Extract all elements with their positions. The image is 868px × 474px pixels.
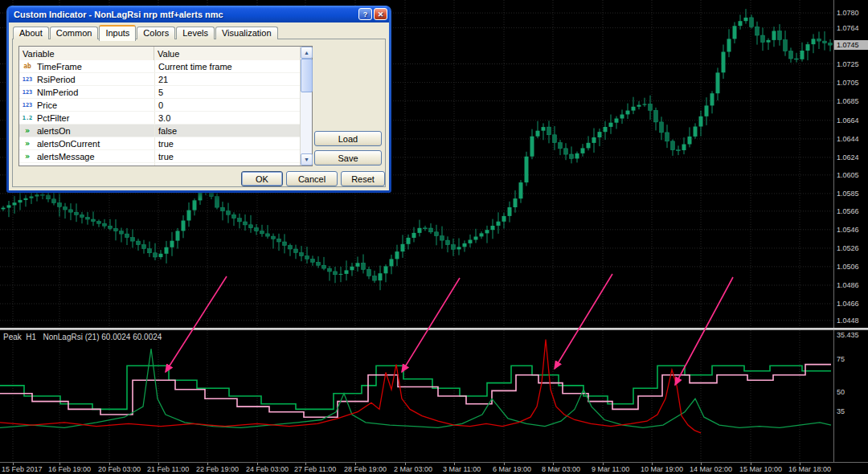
price-axis-label: 1.0506: [837, 263, 859, 271]
param-value[interactable]: Current time frame: [154, 60, 300, 72]
param-name: Price: [37, 100, 57, 110]
time-axis-label: 2 Mar 03:00: [394, 465, 432, 473]
variable-column-header[interactable]: Variable: [19, 47, 154, 60]
scrollbar-thumb[interactable]: [301, 59, 313, 92]
indicator-axis-label: 35: [837, 407, 845, 415]
value-column-header[interactable]: Value: [154, 49, 300, 59]
price-axis-label: 1.0605: [837, 171, 859, 179]
inputs-table: Variable Value abTimeFrameCurrent time f…: [18, 46, 313, 166]
param-row-alertsoncurrent[interactable]: »alertsOnCurrenttrue: [19, 137, 300, 150]
time-axis-label: 10 Mar 19:00: [641, 465, 683, 473]
indicator-panel[interactable]: [0, 330, 833, 462]
param-row-alertssound[interactable]: »alertsSoundfalse: [19, 163, 300, 165]
table-scrollbar[interactable]: ▲ ▼: [300, 47, 312, 165]
param-value[interactable]: false: [154, 125, 300, 137]
param-row-nlmperiod[interactable]: 123NlmPeriod5: [19, 86, 300, 99]
param-value[interactable]: 5: [154, 86, 300, 98]
param-row-pctfilter[interactable]: 1.2PctFilter3.0: [19, 112, 300, 125]
scroll-down-icon[interactable]: ▼: [301, 153, 313, 165]
param-row-alertsmessage[interactable]: »alertsMessagetrue: [19, 150, 300, 163]
price-axis[interactable]: 1.0745 1.07801.07641.07251.07051.06851.0…: [833, 0, 868, 462]
price-axis-label: 1.0486: [837, 281, 859, 289]
close-button[interactable]: ✕: [374, 8, 387, 20]
param-value[interactable]: 0: [154, 99, 300, 111]
dialog-tabs: AboutCommonInputsColorsLevelsVisualizati…: [13, 25, 279, 41]
scroll-up-icon[interactable]: ▲: [301, 47, 313, 59]
tab-levels[interactable]: Levels: [176, 27, 215, 39]
price-axis-label: 1.0466: [837, 300, 859, 308]
price-axis-label: 1.0448: [837, 317, 859, 325]
dialog-body: AboutCommonInputsColorsLevelsVisualizati…: [9, 22, 389, 190]
save-button[interactable]: Save: [314, 150, 382, 165]
current-price-marker: 1.0745: [834, 40, 868, 50]
bool-type-icon: »: [21, 165, 34, 165]
time-axis-label: 14 Mar 02:00: [690, 465, 732, 473]
indicator-axis-label: 75: [837, 355, 845, 363]
cancel-button[interactable]: Cancel: [286, 171, 338, 186]
price-axis-label: 1.0664: [837, 116, 859, 125]
tab-common[interactable]: Common: [50, 27, 99, 39]
dialog-titlebar[interactable]: Custom Indicator - NonLagRsi nrp mtf+ale…: [9, 6, 389, 22]
string-type-icon: ab: [21, 63, 34, 70]
price-axis-label: 1.0566: [837, 207, 859, 215]
table-header: Variable Value: [19, 47, 300, 61]
mt4-chart-window: Peak H1 NonLagRsi (21) 60.0024 60.0024 1…: [0, 0, 868, 474]
param-value[interactable]: true: [154, 137, 300, 149]
ok-button[interactable]: OK: [241, 171, 283, 186]
table-body: abTimeFrameCurrent time frame123RsiPerio…: [19, 60, 300, 165]
tab-inputs[interactable]: Inputs: [99, 25, 136, 41]
price-axis-label: 1.0764: [837, 24, 859, 32]
price-axis-label: 1.0624: [837, 153, 859, 161]
tab-visualization[interactable]: Visualization: [215, 27, 278, 39]
int-type-icon: 123: [21, 89, 34, 96]
indicator-label: Peak H1 NonLagRsi (21) 60.0024 60.0024: [3, 333, 162, 341]
param-name: NlmPeriod: [37, 88, 78, 97]
param-name: alertsMessage: [37, 152, 95, 161]
double-type-icon: 1.2: [21, 115, 34, 121]
time-axis-label: 16 Mar 18:00: [788, 465, 831, 473]
inputs-tab-panel: Variable Value abTimeFrameCurrent time f…: [12, 39, 386, 187]
time-axis-label: 20 Feb 03:00: [98, 465, 141, 473]
price-axis-label: 1.0725: [837, 60, 859, 68]
param-name: PctFilter: [37, 113, 69, 123]
param-value[interactable]: true: [154, 150, 300, 162]
int-type-icon: 123: [21, 76, 34, 83]
time-axis-label: 9 Mar 11:00: [592, 465, 629, 473]
time-axis-label: 15 Mar 10:00: [739, 465, 782, 473]
int-type-icon: 123: [21, 102, 34, 108]
time-axis-label: 22 Feb 19:00: [196, 465, 239, 473]
param-name: alertsSound: [37, 165, 84, 166]
tab-colors[interactable]: Colors: [137, 27, 175, 39]
indicator-properties-dialog: Custom Indicator - NonLagRsi nrp mtf+ale…: [6, 6, 391, 193]
indicator-axis-label: 35.435: [837, 331, 859, 339]
param-row-timeframe[interactable]: abTimeFrameCurrent time frame: [19, 60, 300, 73]
tab-about[interactable]: About: [13, 27, 49, 39]
param-value[interactable]: false: [154, 163, 300, 165]
time-axis-label: 6 Mar 19:00: [493, 465, 531, 473]
bool-type-icon: »: [21, 152, 34, 161]
price-axis-label: 1.0780: [837, 9, 859, 17]
time-axis-label: 8 Mar 03:00: [542, 465, 580, 473]
param-name: alertsOn: [37, 126, 71, 136]
param-row-rsiperiod[interactable]: 123RsiPeriod21: [19, 73, 300, 86]
param-row-price[interactable]: 123Price0: [19, 99, 300, 112]
time-axis-label: 27 Feb 11:00: [294, 465, 336, 473]
rsi-line-red: [0, 340, 701, 433]
price-axis-label: 1.0585: [837, 190, 859, 198]
indicator-axis-label: 50: [837, 388, 845, 396]
reset-button[interactable]: Reset: [341, 171, 385, 186]
window-splitter[interactable]: [0, 328, 868, 330]
time-axis-label: 16 Feb 19:00: [48, 465, 91, 473]
param-row-alertson[interactable]: »alertsOnfalse: [19, 125, 300, 137]
param-name: TimeFrame: [37, 62, 82, 72]
time-axis[interactable]: 15 Feb 201716 Feb 19:0020 Feb 03:0021 Fe…: [0, 462, 868, 474]
param-value[interactable]: 21: [154, 73, 300, 85]
bool-type-icon: »: [21, 139, 34, 148]
help-button[interactable]: ?: [358, 8, 372, 20]
price-axis-label: 1.0685: [837, 97, 859, 105]
dialog-title: Custom Indicator - NonLagRsi nrp mtf+ale…: [14, 10, 357, 19]
load-button[interactable]: Load: [314, 131, 382, 146]
price-axis-label: 1.0546: [837, 226, 859, 234]
rsi-step-green: [0, 366, 831, 409]
param-value[interactable]: 3.0: [154, 112, 300, 124]
